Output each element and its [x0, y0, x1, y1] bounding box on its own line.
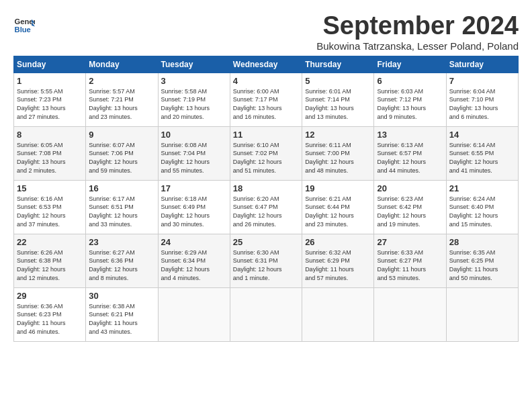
calendar-week-row: 29Sunrise: 6:36 AMSunset: 6:23 PMDayligh…: [14, 287, 519, 341]
day-info: Sunrise: 6:07 AMSunset: 7:06 PMDaylight:…: [89, 141, 154, 175]
day-number: 27: [377, 237, 443, 247]
calendar-table: SundayMondayTuesdayWednesdayThursdayFrid…: [13, 56, 519, 342]
calendar-cell: 16Sunrise: 6:17 AMSunset: 6:51 PMDayligh…: [86, 180, 158, 234]
calendar-cell: 8Sunrise: 6:05 AMSunset: 7:08 PMDaylight…: [14, 126, 86, 180]
calendar-cell: 17Sunrise: 6:18 AMSunset: 6:49 PMDayligh…: [158, 180, 230, 234]
svg-text:Blue: Blue: [15, 26, 31, 34]
day-number: 16: [89, 183, 154, 193]
calendar-cell: [446, 287, 518, 341]
calendar-cell: 29Sunrise: 6:36 AMSunset: 6:23 PMDayligh…: [14, 287, 86, 341]
day-info: Sunrise: 6:27 AMSunset: 6:36 PMDaylight:…: [89, 248, 154, 282]
day-info: Sunrise: 6:26 AMSunset: 6:38 PMDaylight:…: [17, 248, 83, 282]
calendar-cell: 28Sunrise: 6:35 AMSunset: 6:25 PMDayligh…: [446, 234, 518, 287]
day-info: Sunrise: 6:21 AMSunset: 6:44 PMDaylight:…: [305, 195, 371, 228]
col-header-thursday: Thursday: [302, 56, 374, 73]
day-number: 1: [17, 76, 83, 86]
col-header-saturday: Saturday: [446, 56, 518, 73]
day-number: 15: [17, 183, 83, 193]
day-number: 23: [89, 237, 154, 247]
calendar-cell: 7Sunrise: 6:04 AMSunset: 7:10 PMDaylight…: [446, 73, 518, 126]
calendar-cell: 3Sunrise: 5:58 AMSunset: 7:19 PMDaylight…: [158, 73, 230, 126]
day-number: 20: [377, 183, 443, 193]
calendar-cell: [230, 287, 302, 341]
day-info: Sunrise: 6:29 AMSunset: 6:34 PMDaylight:…: [161, 248, 227, 282]
calendar-week-row: 22Sunrise: 6:26 AMSunset: 6:38 PMDayligh…: [14, 234, 519, 287]
calendar-cell: 5Sunrise: 6:01 AMSunset: 7:14 PMDaylight…: [302, 73, 374, 126]
day-number: 10: [161, 130, 227, 140]
day-info: Sunrise: 6:11 AMSunset: 7:00 PMDaylight:…: [305, 141, 371, 175]
calendar-cell: [302, 287, 374, 341]
day-info: Sunrise: 6:18 AMSunset: 6:49 PMDaylight:…: [161, 195, 227, 228]
calendar-week-row: 8Sunrise: 6:05 AMSunset: 7:08 PMDaylight…: [14, 126, 519, 180]
calendar-cell: 22Sunrise: 6:26 AMSunset: 6:38 PMDayligh…: [14, 234, 86, 287]
calendar-cell: 10Sunrise: 6:08 AMSunset: 7:04 PMDayligh…: [158, 126, 230, 180]
calendar-cell: 30Sunrise: 6:38 AMSunset: 6:21 PMDayligh…: [86, 287, 158, 341]
day-info: Sunrise: 6:05 AMSunset: 7:08 PMDaylight:…: [17, 141, 83, 175]
calendar-cell: 26Sunrise: 6:32 AMSunset: 6:29 PMDayligh…: [302, 234, 374, 287]
day-number: 11: [233, 130, 299, 140]
month-title: September 2024: [316, 12, 519, 40]
calendar-cell: 27Sunrise: 6:33 AMSunset: 6:27 PMDayligh…: [374, 234, 446, 287]
day-number: 30: [89, 291, 154, 301]
day-info: Sunrise: 6:23 AMSunset: 6:42 PMDaylight:…: [377, 195, 443, 228]
calendar-cell: 4Sunrise: 6:00 AMSunset: 7:17 PMDaylight…: [230, 73, 302, 126]
day-info: Sunrise: 6:32 AMSunset: 6:29 PMDaylight:…: [305, 248, 371, 282]
calendar-cell: 2Sunrise: 5:57 AMSunset: 7:21 PMDaylight…: [86, 73, 158, 126]
day-info: Sunrise: 6:36 AMSunset: 6:23 PMDaylight:…: [17, 302, 83, 336]
calendar-cell: 1Sunrise: 5:55 AMSunset: 7:23 PMDaylight…: [14, 73, 86, 126]
day-info: Sunrise: 6:14 AMSunset: 6:55 PMDaylight:…: [449, 141, 515, 175]
calendar-cell: 23Sunrise: 6:27 AMSunset: 6:36 PMDayligh…: [86, 234, 158, 287]
calendar-cell: [158, 287, 230, 341]
calendar-cell: 6Sunrise: 6:03 AMSunset: 7:12 PMDaylight…: [374, 73, 446, 126]
day-info: Sunrise: 5:57 AMSunset: 7:21 PMDaylight:…: [89, 87, 154, 121]
day-info: Sunrise: 6:01 AMSunset: 7:14 PMDaylight:…: [305, 87, 371, 121]
day-number: 4: [233, 76, 299, 86]
calendar-cell: 11Sunrise: 6:10 AMSunset: 7:02 PMDayligh…: [230, 126, 302, 180]
day-number: 28: [449, 237, 515, 247]
day-number: 9: [89, 130, 154, 140]
day-number: 14: [449, 130, 515, 140]
day-number: 2: [89, 76, 154, 86]
calendar-cell: 15Sunrise: 6:16 AMSunset: 6:53 PMDayligh…: [14, 180, 86, 234]
day-number: 22: [17, 237, 83, 247]
day-number: 19: [305, 183, 371, 193]
day-number: 7: [449, 76, 515, 86]
day-info: Sunrise: 6:24 AMSunset: 6:40 PMDaylight:…: [449, 195, 515, 228]
day-info: Sunrise: 6:33 AMSunset: 6:27 PMDaylight:…: [377, 248, 443, 282]
calendar-cell: 25Sunrise: 6:30 AMSunset: 6:31 PMDayligh…: [230, 234, 302, 287]
calendar-cell: 14Sunrise: 6:14 AMSunset: 6:55 PMDayligh…: [446, 126, 518, 180]
calendar-cell: 20Sunrise: 6:23 AMSunset: 6:42 PMDayligh…: [374, 180, 446, 234]
calendar-cell: 18Sunrise: 6:20 AMSunset: 6:47 PMDayligh…: [230, 180, 302, 234]
calendar-week-row: 15Sunrise: 6:16 AMSunset: 6:53 PMDayligh…: [14, 180, 519, 234]
day-number: 18: [233, 183, 299, 193]
day-number: 17: [161, 183, 227, 193]
calendar-cell: 21Sunrise: 6:24 AMSunset: 6:40 PMDayligh…: [446, 180, 518, 234]
day-info: Sunrise: 6:17 AMSunset: 6:51 PMDaylight:…: [89, 195, 154, 228]
day-number: 8: [17, 130, 83, 140]
day-number: 5: [305, 76, 371, 86]
calendar-cell: [374, 287, 446, 341]
calendar-cell: 9Sunrise: 6:07 AMSunset: 7:06 PMDaylight…: [86, 126, 158, 180]
header: General Blue September 2024 Bukowina Tat…: [13, 12, 519, 52]
col-header-wednesday: Wednesday: [230, 56, 302, 73]
day-number: 29: [17, 291, 83, 301]
day-info: Sunrise: 5:58 AMSunset: 7:19 PMDaylight:…: [161, 87, 227, 121]
day-info: Sunrise: 6:08 AMSunset: 7:04 PMDaylight:…: [161, 141, 227, 175]
day-number: 21: [449, 183, 515, 193]
col-header-friday: Friday: [374, 56, 446, 73]
col-header-monday: Monday: [86, 56, 158, 73]
title-block: September 2024 Bukowina Tatrzanska, Less…: [316, 12, 519, 52]
day-info: Sunrise: 6:38 AMSunset: 6:21 PMDaylight:…: [89, 302, 154, 336]
col-header-tuesday: Tuesday: [158, 56, 230, 73]
day-info: Sunrise: 6:03 AMSunset: 7:12 PMDaylight:…: [377, 87, 443, 121]
col-header-sunday: Sunday: [14, 56, 86, 73]
day-info: Sunrise: 6:16 AMSunset: 6:53 PMDaylight:…: [17, 195, 83, 228]
calendar-header-row: SundayMondayTuesdayWednesdayThursdayFrid…: [14, 56, 519, 73]
calendar-cell: 19Sunrise: 6:21 AMSunset: 6:44 PMDayligh…: [302, 180, 374, 234]
day-number: 3: [161, 76, 227, 86]
day-info: Sunrise: 6:00 AMSunset: 7:17 PMDaylight:…: [233, 87, 299, 121]
day-info: Sunrise: 6:04 AMSunset: 7:10 PMDaylight:…: [449, 87, 515, 121]
day-info: Sunrise: 6:10 AMSunset: 7:02 PMDaylight:…: [233, 141, 299, 175]
calendar-cell: 13Sunrise: 6:13 AMSunset: 6:57 PMDayligh…: [374, 126, 446, 180]
day-info: Sunrise: 6:20 AMSunset: 6:47 PMDaylight:…: [233, 195, 299, 228]
